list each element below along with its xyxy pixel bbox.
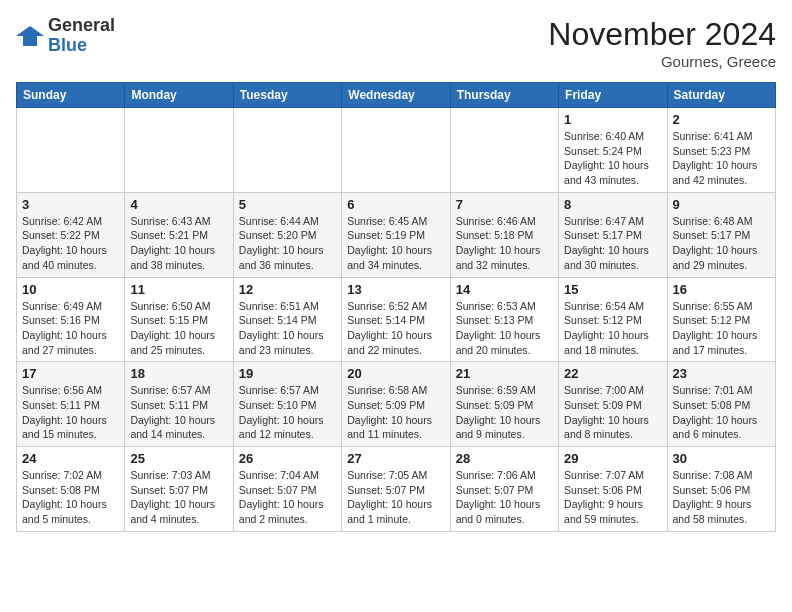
calendar-cell: 19Sunrise: 6:57 AM Sunset: 5:10 PM Dayli… [233, 362, 341, 447]
weekday-header: Tuesday [233, 83, 341, 108]
day-info: Sunrise: 7:05 AM Sunset: 5:07 PM Dayligh… [347, 468, 444, 527]
calendar-cell: 29Sunrise: 7:07 AM Sunset: 5:06 PM Dayli… [559, 447, 667, 532]
day-info: Sunrise: 7:01 AM Sunset: 5:08 PM Dayligh… [673, 383, 770, 442]
day-number: 6 [347, 197, 444, 212]
day-number: 1 [564, 112, 661, 127]
day-number: 19 [239, 366, 336, 381]
day-number: 30 [673, 451, 770, 466]
day-info: Sunrise: 6:57 AM Sunset: 5:11 PM Dayligh… [130, 383, 227, 442]
weekday-header: Sunday [17, 83, 125, 108]
day-info: Sunrise: 7:04 AM Sunset: 5:07 PM Dayligh… [239, 468, 336, 527]
calendar-cell: 3Sunrise: 6:42 AM Sunset: 5:22 PM Daylig… [17, 192, 125, 277]
day-number: 10 [22, 282, 119, 297]
location-text: Gournes, Greece [548, 53, 776, 70]
day-info: Sunrise: 6:55 AM Sunset: 5:12 PM Dayligh… [673, 299, 770, 358]
day-number: 27 [347, 451, 444, 466]
day-info: Sunrise: 6:48 AM Sunset: 5:17 PM Dayligh… [673, 214, 770, 273]
day-number: 20 [347, 366, 444, 381]
month-title: November 2024 [548, 16, 776, 53]
day-number: 17 [22, 366, 119, 381]
calendar-header-row: SundayMondayTuesdayWednesdayThursdayFrid… [17, 83, 776, 108]
calendar-cell: 23Sunrise: 7:01 AM Sunset: 5:08 PM Dayli… [667, 362, 775, 447]
day-info: Sunrise: 6:47 AM Sunset: 5:17 PM Dayligh… [564, 214, 661, 273]
day-info: Sunrise: 7:08 AM Sunset: 5:06 PM Dayligh… [673, 468, 770, 527]
day-number: 18 [130, 366, 227, 381]
day-number: 3 [22, 197, 119, 212]
calendar-week-row: 1Sunrise: 6:40 AM Sunset: 5:24 PM Daylig… [17, 108, 776, 193]
calendar-cell: 28Sunrise: 7:06 AM Sunset: 5:07 PM Dayli… [450, 447, 558, 532]
day-number: 29 [564, 451, 661, 466]
day-number: 14 [456, 282, 553, 297]
calendar-cell: 6Sunrise: 6:45 AM Sunset: 5:19 PM Daylig… [342, 192, 450, 277]
day-info: Sunrise: 6:41 AM Sunset: 5:23 PM Dayligh… [673, 129, 770, 188]
day-info: Sunrise: 6:58 AM Sunset: 5:09 PM Dayligh… [347, 383, 444, 442]
weekday-header: Thursday [450, 83, 558, 108]
day-info: Sunrise: 6:49 AM Sunset: 5:16 PM Dayligh… [22, 299, 119, 358]
calendar-cell [125, 108, 233, 193]
day-info: Sunrise: 6:51 AM Sunset: 5:14 PM Dayligh… [239, 299, 336, 358]
calendar-cell: 4Sunrise: 6:43 AM Sunset: 5:21 PM Daylig… [125, 192, 233, 277]
day-info: Sunrise: 6:44 AM Sunset: 5:20 PM Dayligh… [239, 214, 336, 273]
page-header: General Blue November 2024 Gournes, Gree… [16, 16, 776, 70]
calendar-cell: 8Sunrise: 6:47 AM Sunset: 5:17 PM Daylig… [559, 192, 667, 277]
day-info: Sunrise: 6:59 AM Sunset: 5:09 PM Dayligh… [456, 383, 553, 442]
day-info: Sunrise: 7:02 AM Sunset: 5:08 PM Dayligh… [22, 468, 119, 527]
day-info: Sunrise: 6:46 AM Sunset: 5:18 PM Dayligh… [456, 214, 553, 273]
day-info: Sunrise: 6:40 AM Sunset: 5:24 PM Dayligh… [564, 129, 661, 188]
day-info: Sunrise: 6:54 AM Sunset: 5:12 PM Dayligh… [564, 299, 661, 358]
calendar-cell: 15Sunrise: 6:54 AM Sunset: 5:12 PM Dayli… [559, 277, 667, 362]
calendar-cell: 30Sunrise: 7:08 AM Sunset: 5:06 PM Dayli… [667, 447, 775, 532]
calendar-cell: 13Sunrise: 6:52 AM Sunset: 5:14 PM Dayli… [342, 277, 450, 362]
day-info: Sunrise: 6:45 AM Sunset: 5:19 PM Dayligh… [347, 214, 444, 273]
logo-general-text: General [48, 15, 115, 35]
weekday-header: Friday [559, 83, 667, 108]
calendar-week-row: 24Sunrise: 7:02 AM Sunset: 5:08 PM Dayli… [17, 447, 776, 532]
calendar-cell [450, 108, 558, 193]
calendar-cell: 25Sunrise: 7:03 AM Sunset: 5:07 PM Dayli… [125, 447, 233, 532]
weekday-header: Saturday [667, 83, 775, 108]
calendar-cell: 9Sunrise: 6:48 AM Sunset: 5:17 PM Daylig… [667, 192, 775, 277]
day-info: Sunrise: 6:43 AM Sunset: 5:21 PM Dayligh… [130, 214, 227, 273]
day-number: 4 [130, 197, 227, 212]
weekday-header: Wednesday [342, 83, 450, 108]
day-number: 23 [673, 366, 770, 381]
day-info: Sunrise: 6:53 AM Sunset: 5:13 PM Dayligh… [456, 299, 553, 358]
calendar-cell: 21Sunrise: 6:59 AM Sunset: 5:09 PM Dayli… [450, 362, 558, 447]
day-number: 5 [239, 197, 336, 212]
day-info: Sunrise: 7:07 AM Sunset: 5:06 PM Dayligh… [564, 468, 661, 527]
logo-blue-text: Blue [48, 35, 87, 55]
day-number: 13 [347, 282, 444, 297]
calendar-cell: 7Sunrise: 6:46 AM Sunset: 5:18 PM Daylig… [450, 192, 558, 277]
calendar-cell: 12Sunrise: 6:51 AM Sunset: 5:14 PM Dayli… [233, 277, 341, 362]
calendar-cell [233, 108, 341, 193]
calendar-cell: 16Sunrise: 6:55 AM Sunset: 5:12 PM Dayli… [667, 277, 775, 362]
calendar-week-row: 17Sunrise: 6:56 AM Sunset: 5:11 PM Dayli… [17, 362, 776, 447]
calendar-cell: 5Sunrise: 6:44 AM Sunset: 5:20 PM Daylig… [233, 192, 341, 277]
svg-marker-0 [16, 26, 44, 46]
calendar-cell: 17Sunrise: 6:56 AM Sunset: 5:11 PM Dayli… [17, 362, 125, 447]
calendar-cell: 18Sunrise: 6:57 AM Sunset: 5:11 PM Dayli… [125, 362, 233, 447]
day-number: 16 [673, 282, 770, 297]
day-number: 2 [673, 112, 770, 127]
calendar-table: SundayMondayTuesdayWednesdayThursdayFrid… [16, 82, 776, 532]
day-number: 9 [673, 197, 770, 212]
calendar-cell: 26Sunrise: 7:04 AM Sunset: 5:07 PM Dayli… [233, 447, 341, 532]
day-number: 8 [564, 197, 661, 212]
weekday-header: Monday [125, 83, 233, 108]
calendar-cell: 24Sunrise: 7:02 AM Sunset: 5:08 PM Dayli… [17, 447, 125, 532]
calendar-cell: 10Sunrise: 6:49 AM Sunset: 5:16 PM Dayli… [17, 277, 125, 362]
calendar-cell [17, 108, 125, 193]
day-info: Sunrise: 7:03 AM Sunset: 5:07 PM Dayligh… [130, 468, 227, 527]
logo: General Blue [16, 16, 115, 56]
day-number: 11 [130, 282, 227, 297]
day-number: 25 [130, 451, 227, 466]
calendar-cell: 14Sunrise: 6:53 AM Sunset: 5:13 PM Dayli… [450, 277, 558, 362]
day-number: 7 [456, 197, 553, 212]
day-info: Sunrise: 6:52 AM Sunset: 5:14 PM Dayligh… [347, 299, 444, 358]
logo-icon [16, 22, 44, 50]
calendar-week-row: 3Sunrise: 6:42 AM Sunset: 5:22 PM Daylig… [17, 192, 776, 277]
calendar-cell [342, 108, 450, 193]
day-number: 12 [239, 282, 336, 297]
calendar-cell: 1Sunrise: 6:40 AM Sunset: 5:24 PM Daylig… [559, 108, 667, 193]
day-info: Sunrise: 6:42 AM Sunset: 5:22 PM Dayligh… [22, 214, 119, 273]
